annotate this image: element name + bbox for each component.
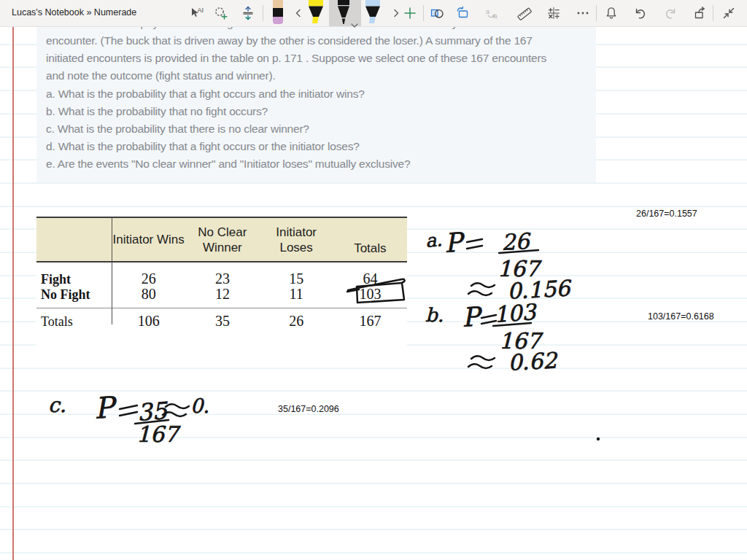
table-header-row: Initiator Wins No Clear Winner Initiator… bbox=[36, 218, 407, 261]
math-icon[interactable] bbox=[546, 6, 561, 20]
table-totals-border bbox=[36, 308, 407, 308]
toolbar: Lucas's Notebook » Numerade AI bbox=[0, 0, 747, 27]
clipped-text-line: of whether or not a physical contact fig… bbox=[46, 26, 596, 32]
blue-pen-icon[interactable] bbox=[362, 0, 384, 25]
lasso-select-icon[interactable] bbox=[214, 6, 228, 20]
pen-options-chevron-icon[interactable] bbox=[350, 18, 359, 24]
collapse-ribbon-icon[interactable] bbox=[721, 6, 736, 20]
table-vertical-rule bbox=[112, 217, 112, 324]
table-row-totals: Totals 106 35 26 167 bbox=[36, 313, 407, 328]
problem-text-block: of whether or not a physical contact fig… bbox=[36, 26, 596, 182]
svg-text:AI: AI bbox=[198, 7, 204, 14]
pencil-tool-icon[interactable] bbox=[267, 0, 289, 25]
app-window: Lucas's Notebook » Numerade AI bbox=[0, 0, 747, 560]
problem-line: b. What is the probability that no fight… bbox=[46, 103, 596, 120]
problem-line: d. What is the probability that a fight … bbox=[46, 138, 596, 155]
problem-line: encounter. (The buck that is driven away… bbox=[46, 32, 596, 50]
table-header-initiator-loses: Initiator Loses bbox=[260, 225, 333, 255]
typed-annotation-c: 35/167=0.2096 bbox=[278, 404, 339, 414]
notebook-breadcrumb[interactable]: Lucas's Notebook » Numerade bbox=[12, 7, 136, 18]
problem-line: and note the outcome (fight status and w… bbox=[46, 67, 596, 85]
problem-line: a. What is the probability that a fight … bbox=[46, 85, 596, 103]
previous-pens-chevron-icon[interactable] bbox=[293, 8, 303, 18]
table-header-border bbox=[36, 261, 407, 262]
toolbar-divider bbox=[596, 5, 597, 21]
more-options-icon[interactable] bbox=[576, 6, 590, 20]
toolbar-divider bbox=[423, 5, 424, 21]
translate-icon: aa bbox=[485, 6, 500, 20]
table-row-no-fight: No Fight 80 12 11 103 bbox=[36, 286, 407, 301]
undo-icon[interactable] bbox=[632, 6, 647, 20]
note-canvas[interactable]: of whether or not a physical contact fig… bbox=[0, 26, 747, 560]
notifications-bell-icon[interactable] bbox=[604, 6, 619, 20]
toolbar-divider bbox=[263, 5, 263, 21]
redo-icon bbox=[664, 6, 678, 20]
insert-space-icon[interactable] bbox=[241, 6, 255, 20]
contingency-table: Initiator Wins No Clear Winner Initiator… bbox=[36, 211, 407, 362]
ruler-icon[interactable] bbox=[517, 6, 532, 20]
problem-line: initiated encounters is provided in the … bbox=[46, 50, 596, 67]
typed-annotation-a: 26/167=0.1557 bbox=[636, 209, 697, 219]
yellow-highlighter-icon[interactable] bbox=[305, 0, 327, 25]
table-header-initiator-wins: Initiator Wins bbox=[112, 232, 185, 247]
problem-line: e. Are the events "No clear winner" and … bbox=[46, 155, 596, 173]
table-row-fight: Fight 26 23 15 64 bbox=[36, 271, 407, 286]
table-header-totals: Totals bbox=[333, 241, 407, 261]
add-pen-icon[interactable] bbox=[403, 6, 417, 20]
table-header-no-clear-winner: No Clear Winner bbox=[185, 225, 259, 255]
toolbar-divider bbox=[713, 5, 713, 21]
next-pens-chevron-icon[interactable] bbox=[391, 8, 401, 18]
margin-line bbox=[12, 26, 14, 560]
ink-to-shape-icon[interactable] bbox=[456, 6, 471, 20]
share-icon[interactable] bbox=[693, 6, 708, 20]
typed-annotation-b: 103/167=0.6168 bbox=[648, 311, 714, 322]
select-tool-icon[interactable]: AI bbox=[190, 6, 204, 20]
svg-text:a: a bbox=[486, 8, 489, 15]
shapes-icon[interactable] bbox=[430, 6, 444, 20]
problem-line: c. What is the probability that there is… bbox=[46, 120, 596, 138]
